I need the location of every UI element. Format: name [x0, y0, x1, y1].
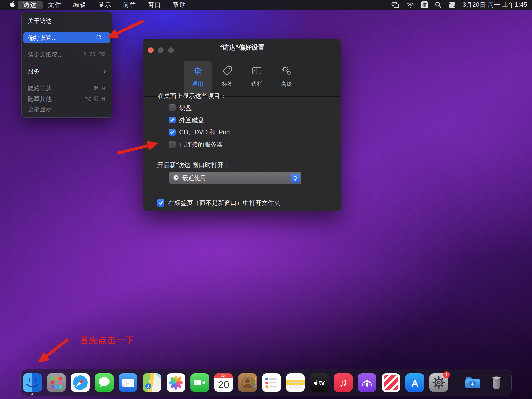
tv-label: tv [319, 379, 325, 387]
menu-view[interactable]: 显示 [92, 1, 117, 9]
menu-window[interactable]: 窗口 [142, 1, 167, 9]
menu-item-show-all: 全部显示 [23, 104, 110, 114]
dock-mail-icon[interactable] [119, 373, 137, 392]
finder-menu-dropdown: 关于访达 偏好设置... ⌘ , 清倒废纸篓... ⇧ ⌘ ⌫ 服务 › 隐藏访… [21, 12, 112, 118]
tab-label: 标签 [222, 80, 233, 88]
new-window-target-select[interactable]: 最近使用 [169, 172, 301, 184]
show-items-label: 在桌面上显示这些项目： [158, 92, 226, 100]
select-stepper-icon[interactable] [291, 174, 300, 183]
select-value: 最近使用 [182, 174, 206, 182]
finder-running-indicator [31, 393, 33, 395]
recents-clock-icon [172, 174, 179, 182]
tab-tags[interactable]: 标签 [213, 61, 241, 94]
notification-badge: 1 [443, 371, 450, 378]
checkbox-row-cd-dvd-ipod[interactable]: CD、DVD 和 iPod [169, 129, 230, 136]
menu-edit[interactable]: 编辑 [68, 1, 92, 9]
checkbox-unchecked[interactable] [169, 104, 176, 111]
dock-podcasts-icon[interactable] [358, 373, 376, 392]
finder-preferences-window: “访达”偏好设置 通用 标签 [143, 39, 341, 211]
menu-item-label: 隐藏访达 [28, 84, 52, 92]
checkbox-unchecked[interactable] [169, 141, 176, 148]
menu-separator [25, 29, 108, 29]
checkbox-label: 已连接的服务器 [179, 140, 223, 149]
dock-safari-icon[interactable] [71, 373, 90, 392]
screen-mirroring-icon[interactable] [391, 2, 399, 8]
dock-calendar-icon[interactable]: 3月 20 [214, 373, 233, 392]
dock-notes-icon[interactable] [286, 373, 305, 392]
wifi-alert-icon[interactable] [406, 2, 414, 8]
dock-system-preferences-icon[interactable]: 1 [429, 373, 448, 392]
checkbox-checked[interactable] [169, 129, 176, 136]
dock-news-icon[interactable] [382, 373, 400, 392]
menu-separator [25, 46, 108, 46]
tab-label: 高级 [281, 80, 292, 88]
menu-item-about-finder[interactable]: 关于访达 [23, 16, 110, 26]
control-center-icon[interactable] [448, 2, 456, 8]
checkbox-row-external-disks[interactable]: 外置磁盘 [169, 116, 204, 124]
menu-separator [25, 63, 108, 63]
dock-messages-icon[interactable] [95, 373, 114, 392]
apple-menu[interactable] [7, 1, 18, 9]
input-method-icon[interactable]: 拼 [421, 1, 428, 8]
dock-launchpad-icon[interactable] [47, 373, 66, 392]
menu-item-label: 清倒废纸篓... [28, 51, 63, 59]
menu-item-label: 隐藏其他 [28, 95, 52, 103]
menubar-datetime[interactable]: 3月20日 周一 上午1:45 [463, 1, 527, 9]
sidebar-icon [251, 65, 263, 78]
preferences-tabs: 通用 标签 边栏 [184, 61, 301, 94]
dock-apple-tv-icon[interactable]: tv [310, 373, 329, 392]
dock-facetime-icon[interactable] [190, 373, 209, 392]
gear-icon [192, 65, 204, 78]
menu-item-hide-finder: 隐藏访达 ⌘ H [23, 83, 110, 94]
checkbox-checked[interactable] [157, 199, 164, 207]
menu-item-preferences[interactable]: 偏好设置... ⌘ , [23, 32, 110, 43]
menu-item-label: 关于访达 [28, 17, 52, 25]
news-stripes [384, 375, 398, 390]
new-window-label: 开启新“访达”窗口时打开： [157, 161, 230, 169]
menu-item-label: 服务 [28, 68, 40, 76]
checkbox-row-hard-disks[interactable]: 硬盘 [169, 104, 192, 111]
annotation-hint-text: 首先点击一下 [80, 335, 135, 346]
tag-icon [221, 65, 233, 78]
checkbox-label: 在标签页（而不是新窗口）中打开文件夹 [168, 199, 280, 207]
dock-separator [458, 373, 458, 392]
menu-separator [25, 80, 108, 80]
dock-trash-icon[interactable] [487, 373, 506, 392]
tab-general[interactable]: 通用 [184, 61, 212, 94]
apple-logo-icon [10, 1, 15, 9]
checkbox-checked[interactable] [169, 117, 176, 123]
dock: 3月 20 tv ♫ 1 [20, 369, 512, 396]
dock-app-store-icon[interactable] [405, 373, 424, 392]
calendar-month: 3月 [214, 373, 233, 378]
window-title: “访达”偏好设置 [143, 43, 341, 52]
menu-go[interactable]: 前往 [117, 1, 142, 9]
menu-finder[interactable]: 访达 [18, 1, 43, 9]
menu-item-label: 全部显示 [28, 105, 52, 113]
dock-downloads-icon[interactable] [463, 373, 482, 392]
chevron-right-icon: › [104, 68, 106, 75]
dock-finder-icon[interactable] [23, 373, 42, 392]
checkbox-row-connected-servers[interactable]: 已连接的服务器 [169, 141, 223, 148]
music-note-glyph: ♫ [339, 376, 347, 389]
dock-maps-icon[interactable] [143, 373, 161, 392]
menu-item-services[interactable]: 服务 › [23, 66, 110, 77]
checkbox-label: 硬盘 [179, 104, 192, 112]
tab-label: 通用 [192, 80, 203, 88]
dock-reminders-icon[interactable] [262, 373, 281, 392]
dock-photos-icon[interactable] [167, 373, 185, 392]
checkbox-label: 外置磁盘 [179, 116, 204, 124]
menu-file[interactable]: 文件 [43, 1, 68, 9]
tab-advanced[interactable]: 高级 [272, 61, 301, 94]
double-gear-icon [281, 65, 292, 78]
search-icon[interactable] [435, 2, 441, 8]
menu-help[interactable]: 帮助 [167, 1, 192, 9]
menu-bar: 访达 文件 编辑 显示 前往 窗口 帮助 拼 3月20日 周一 上午1:45 [0, 0, 532, 10]
checkbox-row-folders-in-tabs[interactable]: 在标签页（而不是新窗口）中打开文件夹 [157, 199, 280, 207]
tab-sidebar[interactable]: 边栏 [243, 61, 271, 94]
menu-item-empty-trash: 清倒废纸篓... ⇧ ⌘ ⌫ [23, 49, 110, 60]
dock-contacts-icon[interactable] [238, 373, 257, 392]
menu-item-hide-others: 隐藏其他 ⌥ ⌘ H [23, 94, 110, 104]
menu-item-label: 偏好设置... [28, 34, 57, 42]
dock-music-icon[interactable]: ♫ [334, 373, 353, 392]
calendar-day: 20 [214, 378, 233, 392]
